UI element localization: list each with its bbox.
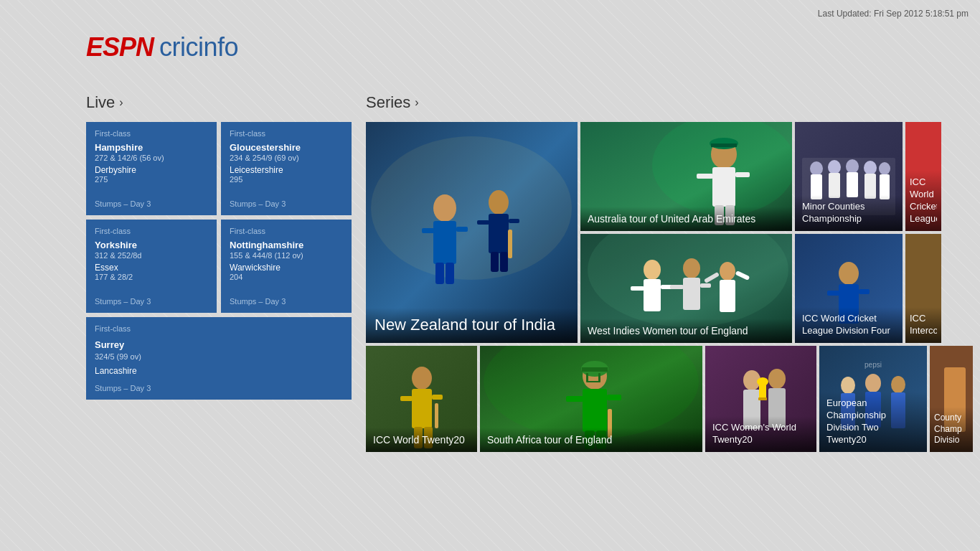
svg-rect-74: [583, 389, 607, 432]
icc-intercontinental-label: ICC Interco: [910, 313, 937, 337]
card-type-3: First-class: [95, 227, 208, 235]
svg-rect-75: [566, 396, 583, 402]
sa-england-label: South Africa tour of England: [487, 433, 695, 446]
series-card-icc-wt20[interactable]: ICC World Twenty20: [366, 346, 477, 452]
svg-rect-47: [700, 283, 711, 288]
last-updated-text: Last Updated: Fri Sep 2012 5:18:51 pm: [818, 9, 969, 19]
card-team2-2: Leicestershire: [230, 165, 343, 175]
svg-rect-33: [829, 173, 840, 198]
svg-point-91: [891, 376, 905, 393]
card-type-1: First-class: [95, 129, 208, 138]
live-card-1[interactable]: First-class Hampshire 272 & 142/6 (56 ov…: [86, 122, 217, 215]
card-status-1: Stumps – Day 3: [95, 199, 208, 208]
svg-rect-49: [720, 280, 735, 312]
svg-point-40: [644, 260, 661, 280]
live-card-2[interactable]: First-class Gloucestershire 234 & 254/9 …: [221, 122, 352, 215]
espn-text: ESPN: [86, 34, 154, 60]
card-type-4: First-class: [230, 227, 343, 235]
icc-wcl-label: ICC World Cricket League: [910, 176, 937, 225]
series-card-aus-uae[interactable]: Australia tour of United Arab Emirates: [580, 122, 792, 231]
svg-rect-11: [509, 219, 519, 223]
series-card-icc-div4[interactable]: ICC World Cricket League Division Four: [795, 234, 903, 343]
svg-rect-46: [670, 285, 684, 289]
svg-point-8: [489, 190, 509, 215]
espn-logo: ESPN: [86, 34, 154, 60]
svg-point-89: [841, 377, 855, 394]
live-title[interactable]: Live: [86, 93, 115, 112]
svg-rect-12: [491, 252, 499, 272]
svg-point-48: [720, 262, 735, 281]
series-top-row: Australia tour of United Arab Emirates: [580, 122, 980, 231]
card-score1-3: 312 & 252/8d: [95, 251, 208, 260]
series-card-county-champ[interactable]: County Champ Divisio: [930, 346, 973, 452]
card-team1-3: Yorkshire: [95, 240, 208, 251]
live-cards-grid: First-class Hampshire 272 & 142/6 (56 ov…: [86, 122, 352, 400]
svg-point-86: [757, 377, 768, 386]
card-status-4: Stumps – Day 3: [230, 297, 343, 306]
live-arrow[interactable]: ›: [119, 96, 123, 109]
series-arrow[interactable]: ›: [415, 96, 418, 109]
card-score1-2: 234 & 254/9 (69 ov): [230, 154, 343, 162]
card-team1-4: Nottinghamshire: [230, 240, 343, 251]
icc-wt20-label: ICC World Twenty20: [373, 433, 470, 446]
card-score2-3: 177 & 28/2: [95, 273, 208, 281]
card-team2-1: Derbyshire: [95, 165, 208, 175]
svg-rect-5: [456, 227, 468, 232]
icc-womens-wt20-label: ICC Women's World Twenty20: [712, 422, 809, 446]
svg-rect-13: [500, 252, 508, 272]
svg-point-59: [412, 367, 432, 390]
svg-rect-70: [582, 367, 608, 372]
card-type-5: First-class: [95, 324, 343, 333]
series-title[interactable]: Series: [366, 93, 410, 112]
series-card-icc-womens-wt20[interactable]: ICC Women's World Twenty20: [705, 346, 816, 452]
card-score2-2: 295: [230, 175, 343, 184]
svg-rect-56: [859, 289, 870, 294]
card-score2-1: 275: [95, 175, 208, 184]
svg-rect-42: [631, 286, 644, 291]
series-bottom-section: ICC World Twenty20: [366, 346, 980, 452]
svg-rect-19: [711, 143, 737, 147]
svg-point-30: [864, 161, 877, 175]
svg-rect-65: [435, 403, 438, 428]
svg-rect-55: [827, 291, 839, 296]
series-bottom-row: West Indies Women tour of England: [580, 234, 980, 343]
svg-point-1: [371, 136, 572, 280]
svg-rect-72: [598, 373, 600, 382]
icc-div4-label: ICC World Cricket League Division Four: [802, 313, 895, 337]
card-status-5: Stumps – Day 3: [95, 384, 343, 392]
svg-rect-76: [607, 395, 621, 400]
svg-rect-34: [847, 172, 858, 197]
card-team1-1: Hampshire: [95, 142, 208, 154]
svg-rect-45: [683, 278, 700, 310]
county-champ-label: County Champ Divisio: [934, 413, 969, 446]
series-header: Series ›: [366, 93, 980, 112]
series-card-icc-wcl[interactable]: ICC World Cricket League: [905, 122, 941, 231]
svg-rect-22: [735, 172, 750, 177]
card-status-2: Stumps – Day 3: [230, 199, 343, 208]
series-card-nz-india[interactable]: New Zealand tour of India: [366, 122, 578, 343]
live-card-3[interactable]: First-class Yorkshire 312 & 252/8d Essex…: [86, 220, 217, 313]
svg-point-31: [879, 162, 890, 175]
series-card-wi-england[interactable]: West Indies Women tour of England: [580, 234, 792, 343]
series-card-sa-england[interactable]: South Africa tour of England: [480, 346, 702, 452]
live-card-4[interactable]: First-class Nottinghamshire 155 & 444/8 …: [221, 220, 352, 313]
svg-rect-41: [644, 279, 661, 311]
series-card-euro-champ[interactable]: pepsi European Championship Division Two…: [819, 346, 927, 452]
svg-rect-60: [412, 389, 432, 428]
svg-rect-3: [433, 221, 456, 264]
svg-text:pepsi: pepsi: [864, 361, 882, 369]
card-type-2: First-class: [230, 129, 343, 138]
live-card-5[interactable]: First-class Surrey 324/5 (99 ov) Lancash…: [86, 317, 352, 400]
card-score1-5: 324/5 (99 ov): [95, 352, 343, 361]
live-section: Live › First-class Hampshire 272 & 142/6…: [86, 93, 352, 400]
svg-rect-71: [586, 373, 588, 382]
svg-rect-9: [489, 214, 509, 253]
series-card-icc-intercontinental[interactable]: ICC Interco: [905, 234, 941, 343]
svg-rect-20: [712, 167, 735, 207]
card-team1-5: Surrey: [95, 339, 343, 351]
aus-uae-label: Australia tour of United Arab Emirates: [588, 212, 785, 225]
svg-rect-21: [697, 174, 713, 179]
svg-point-53: [839, 262, 859, 285]
series-card-minor-counties[interactable]: Minor Counties Championship: [795, 122, 903, 231]
euro-champ-label: European Championship Division Two Twent…: [826, 397, 920, 446]
